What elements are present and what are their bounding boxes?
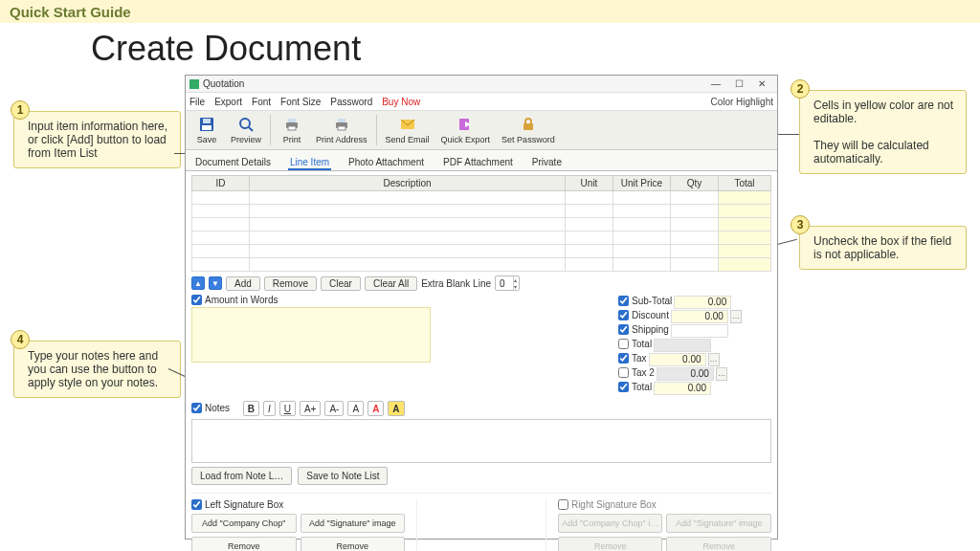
col-id: ID	[192, 176, 250, 191]
tab-bar: Document Details Line Item Photo Attachm…	[186, 150, 777, 171]
font-bigger-button[interactable]: A+	[300, 401, 322, 416]
shipping-check[interactable]: Shipping	[618, 324, 669, 335]
menu-buy-now[interactable]: Buy Now	[382, 97, 420, 107]
preview-button[interactable]: Preview	[226, 113, 266, 147]
color-highlight[interactable]: Color Highlight	[710, 97, 773, 107]
close-button[interactable]: ✕	[750, 78, 773, 89]
amount-in-words-check[interactable]: Amount in Words	[191, 295, 431, 305]
col-total: Total	[719, 176, 771, 191]
preview-label: Preview	[231, 135, 261, 144]
chevron-up-icon[interactable]: ▴	[513, 276, 515, 283]
svg-line-4	[249, 127, 253, 131]
save-note-button[interactable]: Save to Note List	[298, 467, 388, 485]
printer-icon	[333, 116, 350, 133]
menu-font-size[interactable]: Font Size	[280, 97, 321, 107]
tab-content: ID Description Unit Unit Price Qty Total…	[186, 171, 777, 551]
table-row[interactable]	[192, 218, 771, 231]
callout-1-dot: 1	[11, 100, 30, 120]
set-password-button[interactable]: Set Password	[497, 113, 560, 147]
lock-icon	[520, 116, 537, 133]
discount-more-button[interactable]: …	[730, 310, 742, 323]
tax-more-button[interactable]: …	[708, 353, 720, 366]
move-up-button[interactable]: ▲	[191, 276, 205, 290]
print-address-button[interactable]: Print Address	[311, 113, 372, 147]
font-highlight-button[interactable]: A	[388, 401, 404, 416]
callout-3-dot: 3	[791, 215, 810, 234]
svg-rect-9	[338, 119, 345, 122]
remove-signature-button[interactable]: Remove	[301, 537, 406, 551]
table-row[interactable]	[192, 245, 771, 258]
load-note-button[interactable]: Load from Note L…	[191, 467, 292, 485]
tax2-more-button[interactable]: …	[716, 367, 727, 381]
bold-button[interactable]: B	[243, 401, 259, 416]
save-button[interactable]: Save	[189, 113, 224, 147]
add-button[interactable]: Add	[226, 276, 260, 291]
minimize-button[interactable]: —	[704, 78, 727, 89]
font-color-black-button[interactable]: A	[347, 401, 364, 416]
table-row[interactable]	[192, 205, 771, 218]
menu-font[interactable]: Font	[252, 97, 271, 107]
line-item-table[interactable]: ID Description Unit Unit Price Qty Total	[191, 175, 771, 272]
tax2-check[interactable]: Tax 2	[618, 367, 655, 378]
tax-check[interactable]: Tax	[618, 353, 647, 364]
set-password-label: Set Password	[501, 135, 555, 144]
tax-value: 0.00	[649, 353, 706, 366]
send-email-button[interactable]: Send Email	[381, 113, 434, 147]
clear-all-button[interactable]: Clear All	[365, 276, 417, 291]
font-color-red-button[interactable]: A	[368, 401, 384, 416]
menu-file[interactable]: File	[189, 97, 205, 107]
underline-button[interactable]: U	[279, 401, 296, 416]
notes-textarea[interactable]	[191, 419, 771, 463]
menu-export[interactable]: Export	[214, 97, 242, 107]
table-row[interactable]	[192, 191, 771, 205]
printer-icon	[283, 116, 301, 133]
add-chop-button[interactable]: Add "Company Chop"	[191, 514, 297, 533]
tab-document-details[interactable]: Document Details	[193, 154, 273, 170]
quick-export-button[interactable]: Quick Export	[436, 113, 496, 147]
subtotal-value: 0.00	[674, 296, 731, 309]
subtotal-check[interactable]: Sub‑Total	[618, 296, 672, 306]
tab-photo-attachment[interactable]: Photo Attachment	[346, 154, 426, 170]
notes-toolbar: Notes B I U A+ A- A A A	[191, 401, 771, 416]
tab-private[interactable]: Private	[530, 154, 564, 170]
tab-pdf-attachment[interactable]: PDF Attachment	[441, 154, 515, 170]
maximize-button[interactable]: ☐	[727, 78, 750, 89]
callout-3-text: Uncheck the box if the field is not appl…	[813, 234, 951, 261]
print-button[interactable]: Print	[275, 113, 309, 147]
notes-check[interactable]: Notes	[191, 403, 230, 413]
add-signature-button[interactable]: Add "Signature" image	[301, 514, 406, 533]
col-qty: Qty	[671, 176, 719, 191]
total-check[interactable]: Total	[618, 339, 652, 349]
send-email-label: Send Email	[386, 135, 430, 144]
left-sig-check[interactable]: Left Signature Box	[191, 499, 405, 510]
amount-in-words-checkbox[interactable]	[191, 295, 202, 305]
shipping-value[interactable]	[671, 324, 728, 338]
remove-chop-button[interactable]: Remove	[191, 537, 297, 551]
svg-rect-1	[202, 125, 212, 130]
chevron-down-icon[interactable]: ▾	[513, 283, 515, 290]
app-icon	[189, 79, 199, 89]
callout-4: 4 Type your notes here and you can use t…	[13, 341, 181, 398]
callout-2-text2: They will be calculated automatically.	[813, 139, 929, 165]
callout-1-text: Input item information here, or click [A…	[28, 120, 167, 160]
right-sig-check[interactable]: Right Signature Box	[558, 499, 771, 510]
grand-total-check[interactable]: Total	[618, 382, 652, 392]
quick-export-label: Quick Export	[441, 135, 491, 144]
italic-button[interactable]: I	[263, 401, 276, 416]
menu-password[interactable]: Password	[330, 97, 372, 107]
col-description: Description	[250, 176, 566, 191]
table-row[interactable]	[192, 231, 771, 245]
table-row[interactable]	[192, 258, 771, 272]
tab-line-item[interactable]: Line Item	[288, 154, 331, 170]
discount-check[interactable]: Discount	[618, 310, 669, 320]
callout-2-dot: 2	[791, 79, 810, 99]
remove-button[interactable]: Remove	[264, 276, 317, 291]
clear-button[interactable]: Clear	[321, 276, 361, 291]
extra-blank-spinner[interactable]: 0 ▴▾	[495, 276, 520, 291]
print-label: Print	[283, 135, 301, 144]
add-chop-button-disabled: Add "Company Chop" i…	[558, 514, 663, 533]
totals-panel: Sub‑Total 0.00 Discount 0.00 … Shipping …	[618, 295, 771, 395]
move-down-button[interactable]: ▼	[209, 276, 222, 290]
export-icon	[457, 116, 474, 133]
font-smaller-button[interactable]: A-	[324, 401, 344, 416]
